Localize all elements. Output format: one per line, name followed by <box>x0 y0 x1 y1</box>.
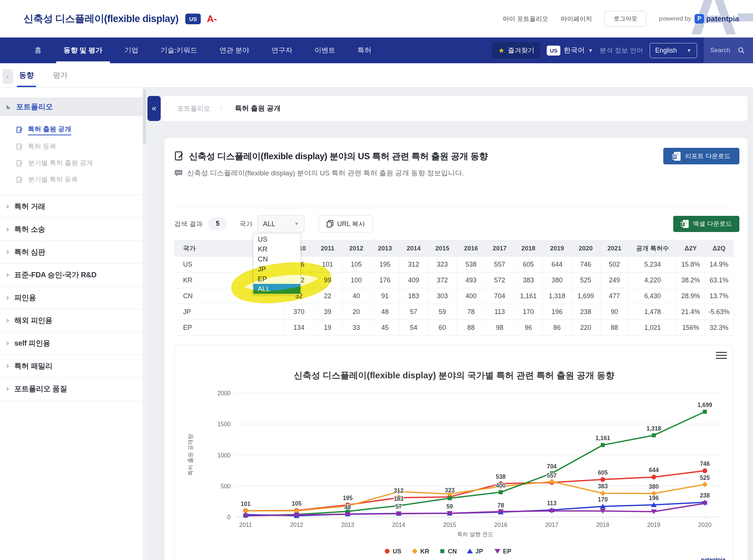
cell-EP-2011: 19 <box>313 320 342 336</box>
table-header-2011: 2011 <box>313 240 342 257</box>
cell-US-2015: 323 <box>428 257 457 272</box>
country-option-EP[interactable]: EP <box>253 274 300 284</box>
triangle-collapsed-icon <box>7 250 10 254</box>
triangle-collapsed-icon <box>7 341 10 346</box>
nav-item-특허[interactable]: 특허 <box>346 38 382 63</box>
document-edit-icon <box>16 143 23 150</box>
cell-US-2020: 746 <box>571 257 600 272</box>
cell-JP-2015: 59 <box>428 304 457 320</box>
sidebar-scrollbar[interactable] <box>143 88 146 560</box>
breadcrumb-parent[interactable]: 포트폴리오 <box>177 104 210 113</box>
table-header-2018: 2018 <box>514 240 543 257</box>
cell-country: EP <box>174 320 285 336</box>
sidebar-item-특허-등록[interactable]: 특허 등록 <box>0 139 146 155</box>
country-option-ALL[interactable]: ALL <box>253 284 300 294</box>
svg-text:1,318: 1,318 <box>646 425 661 432</box>
search-box[interactable] <box>704 38 753 63</box>
sidebar-section-피인용[interactable]: 피인용 <box>0 286 146 309</box>
nav-item-이벤트[interactable]: 이벤트 <box>303 38 346 63</box>
legend-item-CN[interactable]: CN <box>440 548 457 555</box>
chart-menu-icon[interactable] <box>716 350 727 360</box>
patentpia-logo: P patentpia <box>695 14 739 24</box>
cell-JP-2013: 48 <box>371 304 399 320</box>
svg-text:101: 101 <box>241 501 251 507</box>
nav-item-동향-및-평가[interactable]: 동향 및 평가 <box>53 38 114 63</box>
svg-text:78: 78 <box>497 502 504 509</box>
sidebar-item-특허-출원-공개[interactable]: 특허 출원 공개 <box>0 121 146 139</box>
cell-JP-Δ2Q: -5.63% <box>705 304 733 320</box>
sidebar-section-포트폴리오-품질[interactable]: 포트폴리오 품질 <box>0 378 146 400</box>
sidebar-section-특허-패밀리[interactable]: 특허 패밀리 <box>0 355 146 378</box>
cell-JP-2017: 113 <box>485 304 514 320</box>
nav-item-기업[interactable]: 기업 <box>114 38 150 63</box>
sidebar-item-분기별-특허-등록[interactable]: 분기별 특허 등록 <box>0 172 146 188</box>
tab-평가[interactable]: 평가 <box>53 63 68 87</box>
legend-item-US[interactable]: US <box>385 548 402 555</box>
cell-KR-Δ2Y: 38.2% <box>677 272 705 288</box>
report-download-button[interactable]: W 리포트 다운로드 <box>663 148 739 164</box>
analysis-language-select[interactable]: English ▼ <box>650 43 697 58</box>
cell-CN-2014: 183 <box>399 288 428 304</box>
svg-text:US: US <box>393 548 402 555</box>
cell-US-2021: 502 <box>600 257 629 272</box>
svg-text:0: 0 <box>227 514 231 520</box>
excel-download-button[interactable]: X 엑셀 다운로드 <box>673 216 739 232</box>
svg-text:380: 380 <box>649 484 659 490</box>
patentpia-logo-icon: P <box>695 14 704 24</box>
chevron-down-icon: ▼ <box>686 47 692 53</box>
legend-item-EP[interactable]: EP <box>495 548 511 555</box>
nav-item-기술:키워드[interactable]: 기술:키워드 <box>150 38 208 63</box>
cell-CN-공개-특허수: 6,430 <box>629 288 677 304</box>
search-input[interactable] <box>710 46 738 54</box>
cell-CN-2011: 22 <box>313 288 342 304</box>
logout-button[interactable]: 로그아웃 <box>604 11 646 27</box>
legend-item-JP[interactable]: JP <box>467 548 483 555</box>
header-link-1[interactable]: 마이 포트폴리오 <box>503 15 548 23</box>
site-language-selector[interactable]: US 한국어 ▼ <box>547 46 593 56</box>
legend-item-KR[interactable]: KR <box>412 548 429 555</box>
country-option-CN[interactable]: CN <box>253 254 300 264</box>
content-area: « 포트폴리오 〉 특허 출원 공개 신축성 디스플레이(flexible di… <box>146 88 753 560</box>
sidebar-group-portfolio[interactable]: 포트폴리오 <box>0 97 146 116</box>
sidebar-section-특허-심판[interactable]: 특허 심판 <box>0 241 146 264</box>
cell-CN-2021: 477 <box>600 288 629 304</box>
scrollbar-thumb[interactable] <box>143 89 146 144</box>
country-select[interactable]: ALL ▼ <box>257 215 304 232</box>
country-option-JP[interactable]: JP <box>253 264 300 274</box>
svg-text:312: 312 <box>394 488 404 494</box>
cell-US-Δ2Q: 14.9% <box>705 257 733 272</box>
country-option-US[interactable]: US <box>253 234 300 244</box>
sidebar-section-특허-소송[interactable]: 특허 소송 <box>0 218 146 241</box>
header-link-2[interactable]: 마이페이지 <box>561 15 592 23</box>
svg-text:W: W <box>673 155 677 159</box>
sidebar-section-특허-거래[interactable]: 특허 거래 <box>0 195 146 218</box>
sidebar-section-self-피인용[interactable]: self 피인용 <box>0 332 146 355</box>
sidebar-collapse-button[interactable]: « <box>147 96 161 121</box>
nav-item-연관-분야[interactable]: 연관 분야 <box>208 38 260 63</box>
svg-text:2011: 2011 <box>239 522 252 528</box>
svg-text:644: 644 <box>649 467 659 473</box>
collapse-left-icon[interactable]: ‹ <box>3 69 13 84</box>
sidebar-section-해외-피인용[interactable]: 해외 피인용 <box>0 309 146 332</box>
triangle-collapsed-icon <box>7 227 10 232</box>
country-option-KR[interactable]: KR <box>253 244 300 254</box>
url-copy-button[interactable]: URL 복사 <box>319 215 373 232</box>
analysis-language-label: 분석 정보 언어 <box>600 46 643 55</box>
svg-text:KR: KR <box>420 548 429 555</box>
svg-text:57: 57 <box>395 503 402 510</box>
sidebar-item-분기별-특허-출원-공개[interactable]: 분기별 특허 출원 공개 <box>0 155 146 172</box>
line-chart: 신축성 디스플레이(flexible display) 분야의 국가별 특허 관… <box>175 345 733 560</box>
site-language-flag: US <box>547 46 560 56</box>
svg-text:JP: JP <box>475 548 483 555</box>
table-header-2020: 2020 <box>571 240 600 257</box>
nav-item-홈[interactable]: 홈 <box>24 38 53 63</box>
tab-동향[interactable]: 동향 <box>19 63 34 87</box>
cell-CN-2016: 400 <box>457 288 485 304</box>
cell-US-공개-특허수: 5,234 <box>629 257 677 272</box>
cell-EP-2012: 33 <box>342 320 371 336</box>
cell-CN-2012: 40 <box>342 288 371 304</box>
favorites-button[interactable]: ★ 즐겨찾기 <box>492 42 540 58</box>
nav-item-연구자[interactable]: 연구자 <box>260 38 303 63</box>
cell-CN-Δ2Q: 13.7% <box>705 288 733 304</box>
sidebar-section-표준-FDA-승인-국가-R&D[interactable]: 표준-FDA 승인-국가 R&D <box>0 264 146 286</box>
